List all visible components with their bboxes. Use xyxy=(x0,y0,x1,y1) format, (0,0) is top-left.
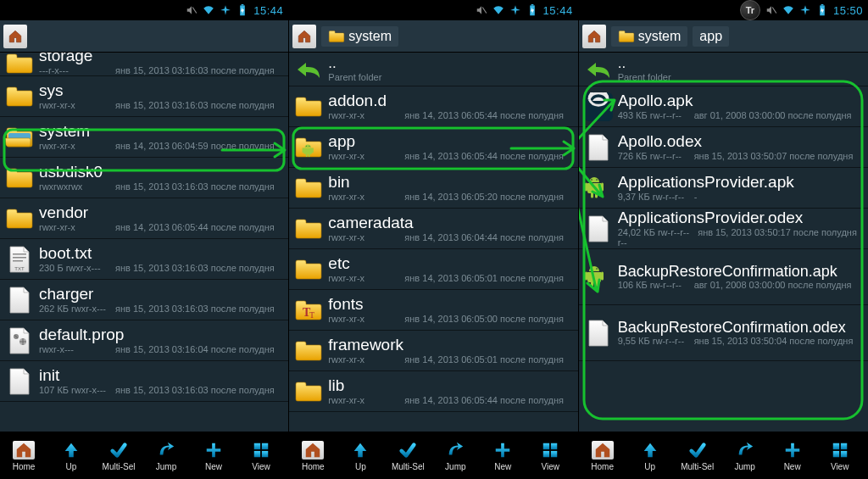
file-name: bin xyxy=(328,174,574,192)
toolbar-multi-button[interactable]: Multi-Sel xyxy=(674,432,721,479)
file-row[interactable]: app rwxr-xr-x янв 14, 2013 06:05:44 посл… xyxy=(289,127,577,168)
toolbar-more-button[interactable]: B… xyxy=(574,432,577,479)
toolbar-label: Home xyxy=(302,462,325,471)
toolbar-new-button[interactable]: New xyxy=(190,432,237,479)
file-row[interactable]: Apollo.odex 726 КБ rw-r--r-- янв 15, 201… xyxy=(579,127,868,168)
toolbar-multi-button[interactable]: Multi-Sel xyxy=(384,432,431,479)
toolbar-home-button[interactable]: Home xyxy=(0,432,47,479)
multi-icon xyxy=(686,440,709,460)
home-badge-icon[interactable] xyxy=(582,25,606,48)
file-permissions: rwxr-xr-x xyxy=(328,232,396,242)
file-row[interactable]: framework rwxr-xr-x янв 14, 2013 06:05:0… xyxy=(289,331,577,371)
toolbar-up-button[interactable]: Up xyxy=(337,432,384,479)
airplane-icon xyxy=(509,4,521,16)
toolbar-label: Multi-Sel xyxy=(392,462,425,471)
breadcrumb[interactable]: app xyxy=(693,26,729,47)
toolbar-new-button[interactable]: New xyxy=(479,432,526,479)
svg-text:T: T xyxy=(309,310,314,320)
file-row[interactable]: bin rwxr-xr-x янв 14, 2013 06:05:20 посл… xyxy=(289,168,577,209)
file-date: янв 15, 2013 03:16:03 после полудня xyxy=(115,263,275,273)
file-row[interactable]: vendor rwxr-xr-x янв 14, 2013 06:05:44 п… xyxy=(0,198,288,239)
file-permissions: rwxr-xr-x xyxy=(39,222,107,232)
file-permissions: rwxr-xr-x xyxy=(328,314,396,324)
toolbar-new-button[interactable]: New xyxy=(769,432,816,479)
file-permissions: 262 КБ rwxr-x--- xyxy=(39,304,107,314)
breadcrumb[interactable]: system xyxy=(611,26,688,47)
view-icon xyxy=(538,440,562,460)
toolbar-up-button[interactable]: Up xyxy=(47,432,95,479)
parent-folder-row[interactable]: .. Parent folder xyxy=(579,53,868,86)
toolbar-label: Home xyxy=(591,462,614,471)
up-icon xyxy=(59,440,83,460)
toolbar-jump-button[interactable]: Jump xyxy=(431,432,479,479)
file-row[interactable]: cameradata rwxr-xr-x янв 14, 2013 06:04:… xyxy=(289,209,577,249)
app-bar xyxy=(0,20,288,53)
file-row[interactable]: usbdisk0 rwxrwxrwx янв 15, 2013 03:16:03… xyxy=(0,158,288,198)
file-date: янв 14, 2013 06:05:44 после полудня xyxy=(404,151,564,161)
toolbar-up-button[interactable]: Up xyxy=(626,432,674,479)
file-row[interactable]: Apollo.apk 493 КБ rw-r--r-- авг 01, 2008… xyxy=(579,86,868,127)
file-row[interactable]: default.prop rwxr-x--- янв 15, 2013 03:1… xyxy=(0,320,288,361)
svg-line-18 xyxy=(482,8,487,14)
file-date: янв 14, 2013 06:05:44 после полудня xyxy=(404,110,564,120)
back-icon xyxy=(289,59,328,80)
toolbar-view-button[interactable]: View xyxy=(526,432,574,479)
file-row[interactable]: BackupRestoreConfirmation.odex 9,55 КБ r… xyxy=(579,305,868,361)
file-row[interactable]: TT fonts rwxr-xr-x янв 14, 2013 06:05:00… xyxy=(289,290,577,331)
file-row[interactable]: system rwxr-xr-x янв 14, 2013 06:04:59 п… xyxy=(0,117,288,158)
file-row[interactable]: ApplicationsProvider.apk 9,37 КБ rw-r--r… xyxy=(579,168,868,209)
file-row[interactable]: BackupRestoreConfirmation.apk 106 КБ rw-… xyxy=(579,249,868,305)
toolbar-more-button[interactable]: B… xyxy=(864,432,868,479)
file-list[interactable]: storage ---r-x--- янв 15, 2013 03:16:03 … xyxy=(0,53,288,432)
row-icon xyxy=(579,133,618,162)
file-name: addon.d xyxy=(328,92,574,110)
parent-folder-row[interactable]: .. Parent folder xyxy=(289,53,577,86)
file-row[interactable]: storage ---r-x--- янв 15, 2013 03:16:03 … xyxy=(0,53,288,76)
toolbar-label: Up xyxy=(355,462,366,471)
row-icon xyxy=(0,53,39,75)
toolbar-view-button[interactable]: View xyxy=(237,432,285,479)
home-badge-icon[interactable] xyxy=(3,25,27,48)
row-icon xyxy=(289,339,328,363)
toolbar-more-button[interactable]: B… xyxy=(285,432,288,479)
svg-rect-20 xyxy=(531,4,533,5)
toolbar-multi-button[interactable]: Multi-Sel xyxy=(95,432,142,479)
row-icon xyxy=(579,92,618,121)
toolbar-jump-button[interactable]: Jump xyxy=(142,432,190,479)
view-icon xyxy=(249,440,273,460)
file-permissions: rwxrwxrwx xyxy=(39,181,107,192)
mute-icon xyxy=(186,4,198,16)
file-row[interactable]: lib rwxr-xr-x янв 14, 2013 06:05:44 посл… xyxy=(289,371,577,412)
file-row[interactable]: sys rwxr-xr-x янв 15, 2013 03:16:03 посл… xyxy=(0,76,288,117)
file-date: янв 15, 2013 03:50:04 после полудня xyxy=(694,336,854,346)
wifi-icon xyxy=(203,4,214,16)
file-row[interactable]: addon.d rwxr-xr-x янв 14, 2013 06:05:44 … xyxy=(289,86,577,127)
row-icon xyxy=(289,217,328,241)
up-icon xyxy=(348,440,372,460)
toolbar-jump-button[interactable]: Jump xyxy=(721,432,769,479)
file-date: янв 15, 2013 03:50:17 после полудня xyxy=(698,227,857,237)
row-icon: TXT xyxy=(0,245,39,274)
file-row[interactable]: init 107 КБ rwxr-x--- янв 15, 2013 03:16… xyxy=(0,361,288,402)
file-list[interactable]: .. Parent folder Apollo.apk 493 КБ rw-r-… xyxy=(579,53,868,432)
row-icon xyxy=(289,95,328,119)
svg-rect-5 xyxy=(13,257,26,259)
toolbar-label: New xyxy=(205,462,222,471)
toolbar-home-button[interactable]: Home xyxy=(579,432,626,479)
toolbar-home-button[interactable]: Home xyxy=(289,432,337,479)
tt-badge-icon: Tr xyxy=(740,0,760,20)
home-badge-icon[interactable] xyxy=(292,25,316,48)
file-row[interactable]: charger 262 КБ rwxr-x--- янв 15, 2013 03… xyxy=(0,280,288,320)
file-row[interactable]: ApplicationsProvider.odex 24,02 КБ rw-r-… xyxy=(579,209,868,249)
file-list[interactable]: .. Parent folder addon.d rwxr-xr-x янв 1… xyxy=(289,53,577,432)
battery-icon xyxy=(816,4,828,16)
file-row[interactable]: etc rwxr-xr-x янв 14, 2013 06:05:01 посл… xyxy=(289,249,577,290)
row-icon xyxy=(579,263,618,292)
svg-rect-13 xyxy=(262,450,268,456)
file-name: Apollo.odex xyxy=(618,133,865,151)
svg-line-33 xyxy=(772,8,776,14)
file-row[interactable]: TXT boot.txt 230 Б rwxr-x--- янв 15, 201… xyxy=(0,239,288,280)
toolbar-view-button[interactable]: View xyxy=(816,432,864,479)
breadcrumb[interactable]: system xyxy=(321,26,398,47)
screenshot-pane: Tr 15:50 system app .. Parent folder Apo… xyxy=(579,0,868,479)
